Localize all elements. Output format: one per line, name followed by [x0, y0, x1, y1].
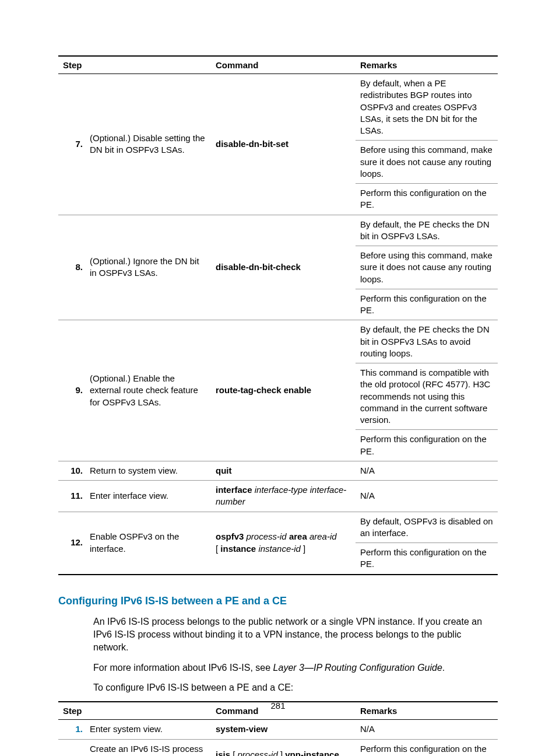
- page-number: 281: [0, 701, 556, 710]
- table-row: 11. Enter interface view. interface inte…: [58, 481, 498, 512]
- step-command: disable-dn-bit-check: [211, 215, 356, 320]
- step-number: 7.: [58, 74, 85, 215]
- table-row: 12. Enable OSPFv3 on the interface. ospf…: [58, 512, 498, 575]
- body-paragraph: An IPv6 IS-IS process belongs to the pub…: [93, 615, 498, 654]
- col-command: Command: [211, 56, 356, 74]
- step-command: isis [ process-id ] vpn-instance vpn-ins…: [211, 739, 356, 756]
- step-remarks: Perform this configuration on the PE. On…: [356, 739, 498, 756]
- step-desc: (Optional.) Disable setting the DN bit i…: [85, 74, 211, 215]
- step-number: 8.: [58, 215, 85, 320]
- step-command: system-view: [211, 720, 356, 739]
- step-number: 12.: [58, 512, 85, 575]
- table-row: 10. Return to system view. quit N/A: [58, 461, 498, 480]
- step-number: 2.: [58, 739, 85, 756]
- step-desc: Enter system view.: [85, 720, 211, 739]
- body-paragraph: To configure IPv6 IS-IS between a PE and…: [93, 681, 498, 694]
- col-remarks: Remarks: [356, 56, 498, 74]
- step-desc: (Optional.) Enable the external route ch…: [85, 320, 211, 461]
- table-row: 9. (Optional.) Enable the external route…: [58, 320, 498, 461]
- step-number: 10.: [58, 461, 85, 480]
- step-remarks: By default, OSPFv3 is disabled on an int…: [356, 512, 498, 575]
- section-heading: Configuring IPv6 IS-IS between a PE and …: [58, 595, 498, 607]
- step-number: 9.: [58, 320, 85, 461]
- step-command: quit: [211, 461, 356, 480]
- step-desc: Create an IPv6 IS-IS process for a VPN i…: [85, 739, 211, 756]
- step-number: 1.: [58, 720, 85, 739]
- step-remarks: N/A: [356, 461, 498, 480]
- body-paragraph: For more information about IPv6 IS-IS, s…: [93, 662, 498, 674]
- step-remarks: By default, when a PE redistributes BGP …: [356, 74, 498, 215]
- step-remarks: By default, the PE checks the DN bit in …: [356, 215, 498, 320]
- step-command: disable-dn-bit-set: [211, 74, 356, 215]
- table-row: 2. Create an IPv6 IS-IS process for a VP…: [58, 739, 498, 756]
- table-row: 8. (Optional.) Ignore the DN bit in OSPF…: [58, 215, 498, 320]
- step-remarks: N/A: [356, 481, 498, 512]
- step-desc: (Optional.) Ignore the DN bit in OSPFv3 …: [85, 215, 211, 320]
- step-command: ospfv3 process-id area area-id [ instanc…: [211, 512, 356, 575]
- col-step: Step: [58, 56, 211, 74]
- step-desc: Enter interface view.: [85, 481, 211, 512]
- step-command: interface interface-type interface-numbe…: [211, 481, 356, 512]
- step-number: 11.: [58, 481, 85, 512]
- step-desc: Return to system view.: [85, 461, 211, 480]
- table-row: 1. Enter system view. system-view N/A: [58, 720, 498, 739]
- step-remarks: By default, the PE checks the DN bit in …: [356, 320, 498, 461]
- table-row: 7. (Optional.) Disable setting the DN bi…: [58, 74, 498, 215]
- step-remarks: N/A: [356, 720, 498, 739]
- config-steps-table-1: Step Command Remarks 7. (Optional.) Disa…: [58, 55, 498, 575]
- step-desc: Enable OSPFv3 on the interface.: [85, 512, 211, 575]
- step-command: route-tag-check enable: [211, 320, 356, 461]
